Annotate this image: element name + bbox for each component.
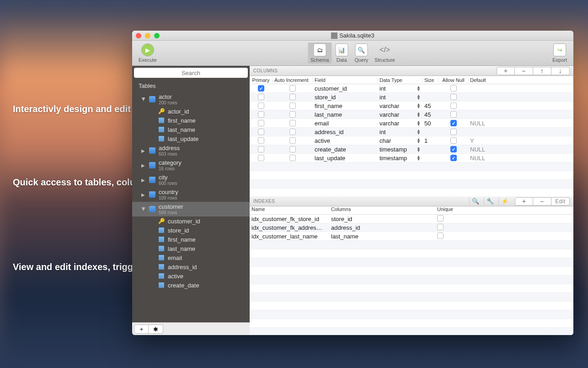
index-row[interactable]: idx_customer_last_name last_name [250,232,573,241]
sidebar-column-address_id[interactable]: address_id [132,262,250,271]
sidebar-table-customer[interactable]: ▶ customer599 rows [132,202,250,216]
datatype-cell[interactable]: timestamp▲▼ [378,155,422,162]
allownull-checkbox[interactable] [450,129,457,135]
datatype-cell[interactable]: int▲▼ [378,85,422,92]
export-button[interactable]: ↪ Export [550,43,570,64]
field-cell[interactable]: first_name [313,103,378,109]
autoinc-checkbox[interactable] [289,85,296,92]
stepper-icon[interactable]: ▲▼ [417,112,421,117]
disclosure-arrow-icon[interactable]: ▶ [141,192,146,197]
settings-button[interactable]: ✱ [149,325,163,334]
datatype-cell[interactable]: int▲▼ [378,129,422,135]
index-search-button[interactable]: 🔍 [469,197,482,206]
primary-checkbox[interactable] [258,155,264,161]
column-row[interactable]: first_name varchar▲▼ 45 [250,102,573,110]
allownull-checkbox[interactable] [450,103,457,109]
index-columns-cell[interactable]: store_id [329,216,435,222]
datatype-cell[interactable]: timestamp▲▼ [378,146,422,153]
stepper-icon[interactable]: ▲▼ [417,86,421,91]
sidebar-column-first_name[interactable]: first_name [132,235,250,244]
datatype-cell[interactable]: char▲▼ [378,137,422,144]
edit-index-button[interactable]: Edit [551,197,570,206]
datatype-cell[interactable]: varchar▲▼ [378,111,422,118]
sidebar-column-store_id[interactable]: store_id [132,226,250,235]
schema-tab[interactable]: 🗂 Schema [308,43,331,64]
stepper-icon[interactable]: ▲▼ [417,138,421,143]
unique-checkbox[interactable] [437,224,444,230]
primary-checkbox[interactable] [258,94,264,100]
datatype-cell[interactable]: varchar▲▼ [378,120,422,127]
allownull-checkbox[interactable] [450,111,457,118]
add-column-button[interactable]: ＋ [497,67,515,75]
autoinc-checkbox[interactable] [289,146,296,152]
index-columns-cell[interactable]: last_name [329,233,435,240]
sidebar-column-create_date[interactable]: create_date [132,281,250,290]
column-row[interactable]: email varchar▲▼ 50 NULL [250,119,573,128]
search-input[interactable] [134,68,248,78]
unique-checkbox[interactable] [437,215,444,222]
size-cell[interactable]: 45 [422,111,439,118]
sidebar-table-actor[interactable]: ▶ actor200 rows [132,92,250,107]
disclosure-arrow-icon[interactable]: ▶ [141,178,146,183]
column-row[interactable]: active char▲▼ 1 Y [250,136,573,145]
default-cell[interactable]: NULL [468,155,573,162]
default-cell[interactable]: NULL [468,120,573,127]
index-columns-cell[interactable]: address_id [329,224,435,231]
move-up-button[interactable]: ↑ [533,67,551,75]
column-row[interactable]: create_date timestamp▲▼ NULL [250,145,573,154]
index-name-cell[interactable]: idx_customer_last_name [250,233,329,240]
stepper-icon[interactable]: ▲▼ [417,103,421,108]
add-index-button[interactable]: ＋ [515,197,533,206]
allownull-checkbox[interactable] [450,146,457,152]
index-name-cell[interactable]: idx_customer_fk_store_id [250,216,329,222]
sidebar-column-active[interactable]: active [132,271,250,281]
sidebar-table-country[interactable]: ▶ country109 rows [132,187,250,202]
field-cell[interactable]: create_date [313,146,378,153]
disclosure-arrow-icon[interactable]: ▶ [141,163,146,168]
datatype-cell[interactable]: varchar▲▼ [378,103,422,109]
stepper-icon[interactable]: ▲▼ [417,94,421,100]
autoinc-checkbox[interactable] [289,103,296,109]
datatype-cell[interactable]: int▲▼ [378,94,422,101]
column-row[interactable]: customer_id int▲▼ [250,84,573,93]
primary-checkbox[interactable] [258,120,264,126]
column-row[interactable]: store_id int▲▼ [250,93,573,102]
remove-column-button[interactable]: − [515,67,533,75]
allownull-checkbox[interactable] [450,85,457,92]
primary-checkbox[interactable] [258,103,264,109]
unique-checkbox[interactable] [437,233,444,239]
primary-checkbox[interactable] [258,85,264,92]
index-wrench-button[interactable]: 🔧 [484,197,497,206]
sidebar-column-first_name[interactable]: first_name [132,116,250,125]
sidebar-table-city[interactable]: ▶ city600 rows [132,173,250,187]
structure-tab[interactable]: </> Structure [372,43,398,64]
field-cell[interactable]: store_id [313,94,378,101]
default-cell[interactable]: Y [468,137,573,144]
size-cell[interactable]: 45 [422,103,439,109]
index-row[interactable]: idx_customer_fk_store_id store_id [250,215,573,223]
index-bolt-button[interactable]: ⚡ [498,197,511,206]
autoinc-checkbox[interactable] [289,94,296,100]
allownull-checkbox[interactable] [450,137,457,144]
field-cell[interactable]: last_update [313,155,378,162]
allownull-checkbox[interactable] [450,155,457,161]
stepper-icon[interactable]: ▲▼ [417,120,421,126]
sidebar-column-last_name[interactable]: last_name [132,125,250,134]
field-cell[interactable]: last_name [313,111,378,118]
field-cell[interactable]: address_id [313,129,378,135]
default-cell[interactable]: NULL [468,146,573,153]
data-tab[interactable]: 📊 Data [332,43,351,64]
autoinc-checkbox[interactable] [289,111,296,118]
index-row[interactable]: idx_customer_fk_addres… address_id [250,223,573,232]
column-row[interactable]: last_update timestamp▲▼ NULL [250,154,573,162]
column-row[interactable]: last_name varchar▲▼ 45 [250,110,573,119]
autoinc-checkbox[interactable] [289,129,296,135]
autoinc-checkbox[interactable] [289,120,296,126]
field-cell[interactable]: email [313,120,378,127]
primary-checkbox[interactable] [258,137,264,144]
add-table-button[interactable]: ＋ [134,325,149,334]
column-row[interactable]: address_id int▲▼ [250,128,573,136]
move-down-button[interactable]: ↓ [551,67,570,75]
execute-button[interactable]: ▶ Execute [136,43,160,64]
allownull-checkbox[interactable] [450,120,457,126]
